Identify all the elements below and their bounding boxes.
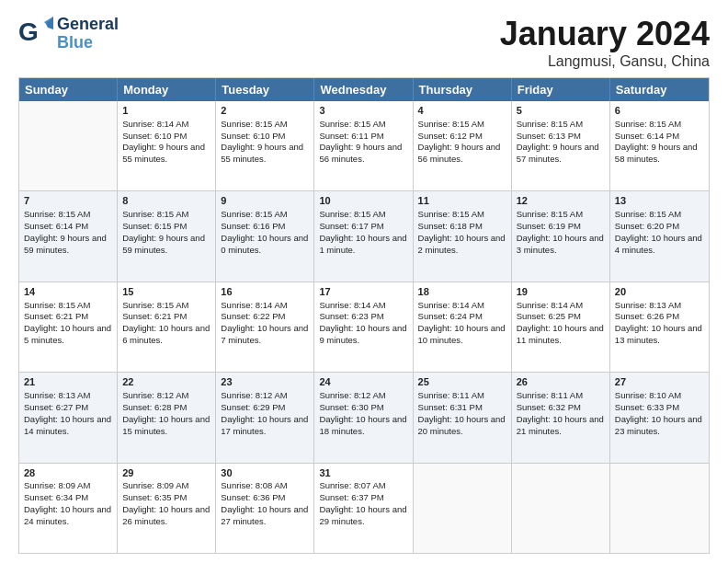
- day-info: Sunrise: 8:14 AMSunset: 6:25 PMDaylight:…: [517, 300, 604, 345]
- header-tuesday: Tuesday: [216, 78, 314, 101]
- cal-cell-5-4: 31Sunrise: 8:07 AMSunset: 6:37 PMDayligh…: [314, 464, 413, 553]
- day-info: Sunrise: 8:13 AMSunset: 6:26 PMDaylight:…: [615, 300, 702, 345]
- cal-cell-5-2: 29Sunrise: 8:09 AMSunset: 6:35 PMDayligh…: [118, 464, 216, 553]
- day-number: 9: [221, 194, 309, 208]
- calendar-row-4: 21Sunrise: 8:13 AMSunset: 6:27 PMDayligh…: [19, 372, 709, 462]
- day-number: 23: [221, 375, 309, 389]
- day-info: Sunrise: 8:11 AMSunset: 6:31 PMDaylight:…: [418, 390, 506, 435]
- cal-cell-4-2: 22Sunrise: 8:12 AMSunset: 6:28 PMDayligh…: [118, 373, 216, 462]
- cal-cell-4-5: 25Sunrise: 8:11 AMSunset: 6:31 PMDayligh…: [414, 373, 512, 462]
- cal-cell-2-5: 11Sunrise: 8:15 AMSunset: 6:18 PMDayligh…: [414, 191, 512, 281]
- day-info: Sunrise: 8:15 AMSunset: 6:21 PMDaylight:…: [122, 300, 210, 345]
- calendar-row-2: 7Sunrise: 8:15 AMSunset: 6:14 PMDaylight…: [19, 190, 709, 281]
- day-number: 30: [221, 466, 309, 480]
- cal-cell-4-1: 21Sunrise: 8:13 AMSunset: 6:27 PMDayligh…: [19, 373, 118, 462]
- cal-cell-1-5: 4Sunrise: 8:15 AMSunset: 6:12 PMDaylight…: [414, 101, 512, 190]
- cal-cell-3-6: 19Sunrise: 8:14 AMSunset: 6:25 PMDayligh…: [512, 282, 610, 372]
- day-number: 18: [418, 285, 506, 299]
- day-number: 5: [517, 104, 605, 118]
- cal-cell-3-5: 18Sunrise: 8:14 AMSunset: 6:24 PMDayligh…: [414, 282, 512, 372]
- calendar: Sunday Monday Tuesday Wednesday Thursday…: [18, 77, 710, 554]
- day-info: Sunrise: 8:15 AMSunset: 6:11 PMDaylight:…: [319, 119, 402, 164]
- day-info: Sunrise: 8:15 AMSunset: 6:17 PMDaylight:…: [319, 209, 406, 254]
- cal-cell-4-4: 24Sunrise: 8:12 AMSunset: 6:30 PMDayligh…: [314, 373, 413, 462]
- header-friday: Friday: [512, 78, 610, 101]
- header: G General Blue January 2024 Langmusi, Ga…: [18, 15, 710, 70]
- day-number: 22: [122, 375, 210, 389]
- svg-marker-2: [46, 17, 53, 29]
- day-number: 27: [615, 375, 704, 389]
- cal-cell-3-2: 15Sunrise: 8:15 AMSunset: 6:21 PMDayligh…: [118, 282, 216, 372]
- day-number: 14: [24, 285, 112, 299]
- day-info: Sunrise: 8:15 AMSunset: 6:19 PMDaylight:…: [517, 209, 604, 254]
- day-number: 20: [615, 285, 704, 299]
- subtitle: Langmusi, Gansu, China: [500, 53, 710, 70]
- cal-cell-5-5: [414, 464, 512, 553]
- day-info: Sunrise: 8:15 AMSunset: 6:20 PMDaylight:…: [615, 209, 702, 254]
- cal-cell-2-2: 8Sunrise: 8:15 AMSunset: 6:15 PMDaylight…: [118, 191, 216, 281]
- cal-cell-2-6: 12Sunrise: 8:15 AMSunset: 6:19 PMDayligh…: [512, 191, 610, 281]
- day-info: Sunrise: 8:13 AMSunset: 6:27 PMDaylight:…: [24, 390, 111, 435]
- header-sunday: Sunday: [19, 78, 118, 101]
- day-info: Sunrise: 8:09 AMSunset: 6:34 PMDaylight:…: [24, 480, 111, 525]
- day-number: 4: [418, 104, 506, 118]
- day-number: 16: [221, 285, 309, 299]
- day-info: Sunrise: 8:07 AMSunset: 6:37 PMDaylight:…: [319, 480, 406, 525]
- day-info: Sunrise: 8:15 AMSunset: 6:13 PMDaylight:…: [517, 119, 599, 164]
- day-number: 6: [615, 104, 704, 118]
- header-saturday: Saturday: [610, 78, 709, 101]
- cal-cell-1-2: 1Sunrise: 8:14 AMSunset: 6:10 PMDaylight…: [118, 101, 216, 190]
- cal-cell-4-6: 26Sunrise: 8:11 AMSunset: 6:32 PMDayligh…: [512, 373, 610, 462]
- day-info: Sunrise: 8:12 AMSunset: 6:28 PMDaylight:…: [122, 390, 210, 435]
- day-info: Sunrise: 8:15 AMSunset: 6:16 PMDaylight:…: [221, 209, 308, 254]
- cal-cell-1-4: 3Sunrise: 8:15 AMSunset: 6:11 PMDaylight…: [314, 101, 413, 190]
- calendar-row-5: 28Sunrise: 8:09 AMSunset: 6:34 PMDayligh…: [19, 463, 709, 553]
- header-thursday: Thursday: [414, 78, 512, 101]
- cal-cell-5-6: [512, 464, 610, 553]
- day-info: Sunrise: 8:12 AMSunset: 6:30 PMDaylight:…: [319, 390, 406, 435]
- day-number: 8: [122, 194, 210, 208]
- cal-cell-5-1: 28Sunrise: 8:09 AMSunset: 6:34 PMDayligh…: [19, 464, 118, 553]
- day-number: 28: [24, 466, 112, 480]
- cal-cell-5-3: 30Sunrise: 8:08 AMSunset: 6:36 PMDayligh…: [216, 464, 314, 553]
- cal-cell-5-7: [610, 464, 709, 553]
- logo-text: General Blue: [57, 16, 119, 52]
- day-info: Sunrise: 8:14 AMSunset: 6:22 PMDaylight:…: [221, 300, 308, 345]
- cal-cell-4-3: 23Sunrise: 8:12 AMSunset: 6:29 PMDayligh…: [216, 373, 314, 462]
- calendar-body: 1Sunrise: 8:14 AMSunset: 6:10 PMDaylight…: [19, 101, 709, 553]
- day-number: 26: [517, 375, 605, 389]
- cal-cell-3-4: 17Sunrise: 8:14 AMSunset: 6:23 PMDayligh…: [314, 282, 413, 372]
- day-number: 10: [319, 194, 407, 208]
- cal-cell-1-1: [19, 101, 118, 190]
- day-info: Sunrise: 8:14 AMSunset: 6:23 PMDaylight:…: [319, 300, 406, 345]
- day-info: Sunrise: 8:11 AMSunset: 6:32 PMDaylight:…: [517, 390, 604, 435]
- cal-cell-1-6: 5Sunrise: 8:15 AMSunset: 6:13 PMDaylight…: [512, 101, 610, 190]
- day-number: 12: [517, 194, 605, 208]
- logo-icon: G: [18, 15, 53, 53]
- day-number: 24: [319, 375, 407, 389]
- day-number: 29: [122, 466, 210, 480]
- cal-cell-1-3: 2Sunrise: 8:15 AMSunset: 6:10 PMDaylight…: [216, 101, 314, 190]
- day-number: 31: [319, 466, 407, 480]
- cal-cell-2-1: 7Sunrise: 8:15 AMSunset: 6:14 PMDaylight…: [19, 191, 118, 281]
- day-info: Sunrise: 8:15 AMSunset: 6:18 PMDaylight:…: [418, 209, 506, 254]
- cal-cell-3-7: 20Sunrise: 8:13 AMSunset: 6:26 PMDayligh…: [610, 282, 709, 372]
- calendar-header: Sunday Monday Tuesday Wednesday Thursday…: [19, 78, 709, 101]
- day-number: 17: [319, 285, 407, 299]
- cal-cell-2-3: 9Sunrise: 8:15 AMSunset: 6:16 PMDaylight…: [216, 191, 314, 281]
- day-info: Sunrise: 8:15 AMSunset: 6:12 PMDaylight:…: [418, 119, 501, 164]
- day-number: 3: [319, 104, 407, 118]
- day-info: Sunrise: 8:14 AMSunset: 6:24 PMDaylight:…: [418, 300, 506, 345]
- cal-cell-2-7: 13Sunrise: 8:15 AMSunset: 6:20 PMDayligh…: [610, 191, 709, 281]
- day-info: Sunrise: 8:12 AMSunset: 6:29 PMDaylight:…: [221, 390, 308, 435]
- calendar-row-1: 1Sunrise: 8:14 AMSunset: 6:10 PMDaylight…: [19, 101, 709, 190]
- day-number: 15: [122, 285, 210, 299]
- day-number: 13: [615, 194, 704, 208]
- day-info: Sunrise: 8:14 AMSunset: 6:10 PMDaylight:…: [122, 119, 205, 164]
- cal-cell-2-4: 10Sunrise: 8:15 AMSunset: 6:17 PMDayligh…: [314, 191, 413, 281]
- page: G General Blue January 2024 Langmusi, Ga…: [0, 0, 728, 563]
- cal-cell-3-1: 14Sunrise: 8:15 AMSunset: 6:21 PMDayligh…: [19, 282, 118, 372]
- header-wednesday: Wednesday: [314, 78, 413, 101]
- cal-cell-4-7: 27Sunrise: 8:10 AMSunset: 6:33 PMDayligh…: [610, 373, 709, 462]
- title-block: January 2024 Langmusi, Gansu, China: [500, 15, 710, 70]
